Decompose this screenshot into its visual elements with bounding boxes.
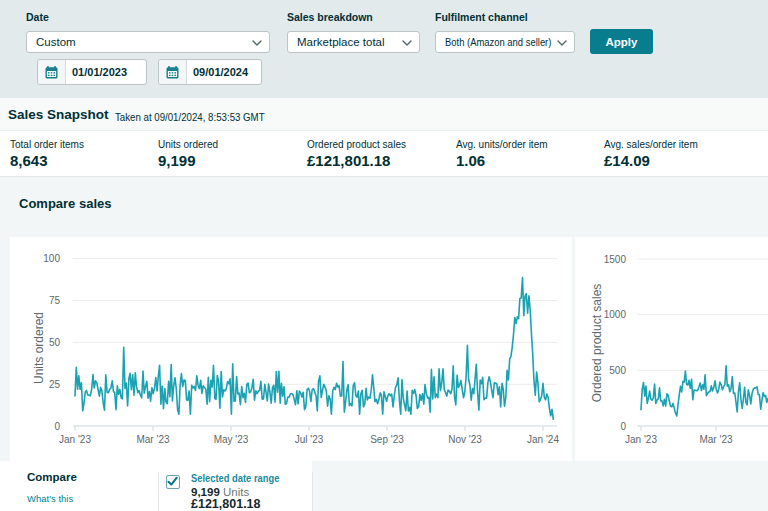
svg-text:Mar '23: Mar '23 [136, 434, 169, 445]
svg-text:100: 100 [43, 253, 60, 264]
svg-text:50: 50 [49, 337, 61, 348]
svg-text:Ordered product sales: Ordered product sales [590, 284, 604, 403]
svg-text:75: 75 [49, 295, 61, 306]
svg-text:1500: 1500 [604, 254, 627, 265]
svg-text:Mar '23: Mar '23 [699, 434, 732, 445]
svg-text:Nov '23: Nov '23 [448, 434, 482, 445]
svg-text:0: 0 [54, 421, 60, 432]
svg-text:Sep '23: Sep '23 [370, 434, 404, 445]
svg-text:1000: 1000 [604, 309, 627, 320]
svg-text:500: 500 [609, 365, 626, 376]
svg-text:0: 0 [620, 421, 626, 432]
svg-text:Units ordered: Units ordered [32, 312, 46, 384]
svg-text:May '23: May '23 [214, 434, 249, 445]
svg-text:Jan '24: Jan '24 [527, 434, 559, 445]
svg-text:Jul '23: Jul '23 [295, 434, 324, 445]
svg-text:Jan '23: Jan '23 [59, 434, 91, 445]
svg-text:Jan '23: Jan '23 [625, 434, 657, 445]
svg-text:25: 25 [49, 379, 61, 390]
